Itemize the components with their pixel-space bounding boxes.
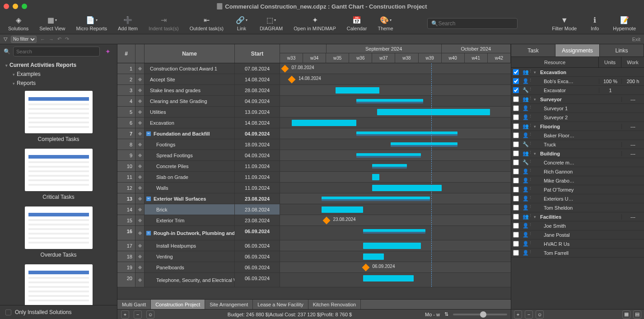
timeline-cell[interactable] [280,117,511,128]
gantt-row[interactable]: 20Telephone, Security, and Electrical Wi… [117,273,511,287]
gantt-row[interactable]: 6Excavation14.08.2024 [117,117,511,128]
gantt-bar[interactable] [363,253,384,260]
milestone-marker[interactable] [288,76,296,84]
week-header[interactable]: w39 [419,53,442,63]
row-flag[interactable] [135,226,145,240]
week-header[interactable]: w33 [280,53,303,63]
timeline-cell[interactable] [280,107,511,117]
resource-work[interactable]: --- [621,97,644,102]
resource-work[interactable]: --- [621,214,644,220]
resource-checkbox[interactable] [511,205,520,211]
task-start[interactable]: 14.08.2024 [235,117,280,128]
row-flag[interactable] [135,96,145,106]
resource-checkbox[interactable] [511,178,520,183]
collapse-icon[interactable]: − [146,131,151,136]
filter-icon[interactable]: ▽ [4,36,7,42]
microreports-button[interactable]: 📄▾Micro Reports [72,15,112,32]
timeline-cell[interactable] [280,273,511,287]
calendar-button[interactable]: 📅Calendar [342,15,372,32]
resource-work[interactable]: 200 h [621,79,644,84]
nav-next-icon[interactable]: → [49,37,54,42]
task-name[interactable]: Footings [145,139,235,150]
task-start[interactable]: 06.09.2024 [235,251,280,262]
resource-checkbox[interactable] [511,132,520,138]
resource-checkbox[interactable] [511,69,520,75]
filtermode-button[interactable]: ▼Filter Mode [547,15,581,32]
nav-prev-icon[interactable]: ← [40,37,45,42]
timeline-cell[interactable] [280,96,511,106]
task-start[interactable]: 06.09.2024 [235,226,280,240]
gantt-row[interactable]: 19Panelboards06.09.202406.09.2024 [117,262,511,273]
task-name[interactable]: −Rough-in Ductwork, Plumbing and Electri… [145,226,235,240]
gantt-bar[interactable] [292,120,356,126]
task-start[interactable]: 06.09.2024 [235,240,280,251]
resource-row[interactable]: 👤⋮Pat O'Tormey [511,185,644,194]
project-tab[interactable]: Lease a New Facility [253,300,308,310]
resource-settings-button[interactable]: ☺ [536,310,544,319]
gantt-row[interactable]: 10Concrete Piles11.09.2024 [117,161,511,172]
resource-row[interactable]: 🔧⋮Truck--- [511,140,644,149]
month-header[interactable]: September 2024 [327,44,442,53]
tree-item[interactable]: ▾Examples [4,70,113,79]
week-header[interactable]: w35 [326,53,349,63]
row-flag[interactable] [135,74,145,84]
gantt-row[interactable]: 4Clearing and Site Grading04.09.2024 [117,96,511,107]
tree-item[interactable]: ▾Reports [4,79,113,87]
timeline-cell[interactable] [280,150,511,160]
close-window[interactable] [4,4,9,9]
work-col[interactable]: Work [621,57,644,67]
timeline-cell[interactable]: 14.08.2024 [280,74,511,84]
collapse-icon[interactable]: − [146,231,151,235]
task-name[interactable]: Exterior Trim [145,215,235,225]
task-name[interactable]: Install Heatpumps [145,240,235,251]
resource-work[interactable]: --- [621,124,644,129]
timeline-cell[interactable] [280,172,511,182]
resource-checkbox[interactable] [511,232,520,238]
link-button[interactable]: 🔗▾Link [230,15,253,32]
row-flag[interactable] [135,150,145,160]
resource-row[interactable]: 👥⋮▾Surveyor--- [511,95,644,104]
week-header[interactable]: w41 [465,53,488,63]
timeline-cell[interactable] [280,204,511,215]
gantt-row[interactable]: 9Spread Footings04.09.2024 [117,150,511,161]
row-flag[interactable] [135,161,145,171]
resource-units[interactable]: 100 % [599,79,621,84]
row-flag[interactable] [135,63,145,74]
row-flag[interactable] [135,204,145,215]
resource-checkbox[interactable] [511,196,520,202]
resource-row[interactable]: 👤⋮Rich Gannon [511,167,644,176]
resource-row[interactable]: 👤⋮Baker Floor… [511,131,644,140]
resource-checkbox[interactable] [511,87,520,93]
col-start-header[interactable]: Start [235,44,280,63]
week-header[interactable]: w36 [349,53,372,63]
task-start[interactable]: 06.09.2024 [235,262,280,272]
row-flag[interactable] [135,183,145,193]
exit-button[interactable]: Exit [632,37,640,42]
resource-row[interactable]: 👤⋮Tom Farrell [511,249,644,258]
week-header[interactable]: w38 [395,53,418,63]
timeline-cell[interactable] [280,139,511,150]
milestone-marker[interactable] [323,217,331,225]
row-flag[interactable] [135,240,145,251]
row-flag[interactable] [135,139,145,150]
gantt-row[interactable]: 12Walls11.09.2024 [117,183,511,193]
task-start[interactable]: 23.08.2024 [235,215,280,225]
task-name[interactable]: Accept Site [145,74,235,84]
hypernote-button[interactable]: 📝Hypernote [608,15,640,32]
resource-row[interactable]: 👥⋮▾Excavation [511,68,644,77]
gantt-bar[interactable] [363,275,414,281]
resource-row[interactable]: 👤⋮Tom Sheldon [511,203,644,212]
gantt-row[interactable]: 2Accept Site14.08.202414.08.2024 [117,74,511,85]
project-tab[interactable]: Multi Gantt [117,300,151,310]
task-name[interactable]: Brick [145,204,235,215]
selectview-button[interactable]: ▦▾Select View [35,15,70,32]
project-tab[interactable]: Construction Project [151,300,205,310]
milestone-marker[interactable] [281,65,289,73]
undo-icon[interactable]: ↶ [57,36,61,42]
task-name[interactable]: Construction Contract Award 1 [145,63,235,74]
resource-row[interactable]: 👤⋮Surveyor 2 [511,113,644,122]
week-header[interactable]: w42 [488,53,511,63]
indent-button[interactable]: ⇥Indent task(s) [144,15,183,32]
resource-row[interactable]: 👤⋮Jane Postal [511,230,644,239]
resource-checkbox[interactable] [511,250,520,256]
